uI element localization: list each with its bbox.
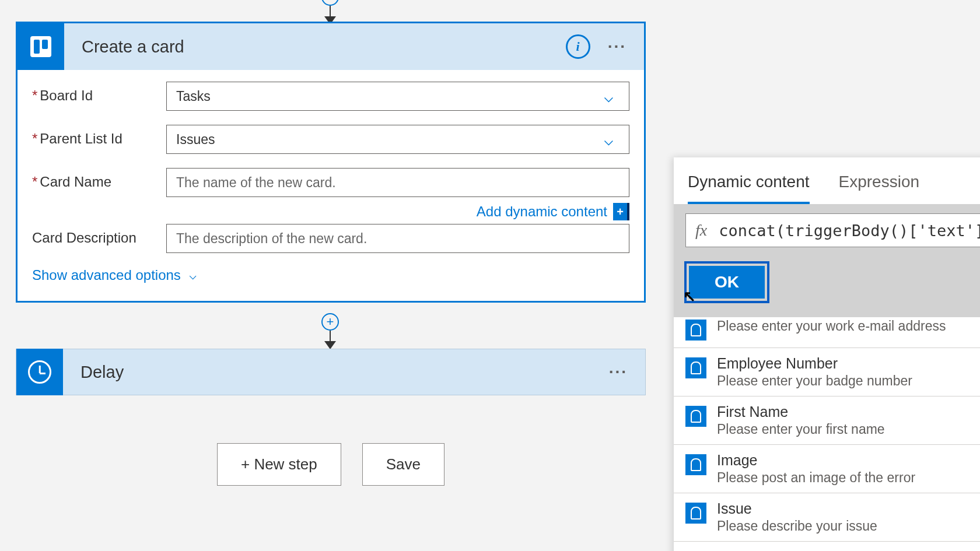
dynamic-item[interactable]: Please enter your work e-mail address	[674, 317, 980, 348]
dynamic-item[interactable]: Issue date Please enter when you had the…	[674, 542, 980, 551]
input-icon	[685, 406, 706, 427]
arrow-down-icon	[324, 341, 336, 349]
add-dynamic-content-link[interactable]: Add dynamic content	[477, 203, 607, 220]
delay-title: Delay	[80, 363, 609, 382]
dynamic-item[interactable]: Image Please post an image of the error	[674, 445, 980, 493]
expression-input[interactable]: fx concat(triggerBody()['text'], '	[685, 213, 980, 247]
dynamic-item[interactable]: First Name Please enter your first name	[674, 396, 980, 445]
cursor-icon: ↖	[683, 287, 696, 306]
tab-dynamic-content[interactable]: Dynamic content	[688, 173, 810, 204]
card-desc-label: Card Description	[32, 224, 166, 246]
action-create-card: Create a card i ··· *Board Id Tasks ⌵ *P…	[16, 22, 646, 303]
dynamic-item[interactable]: Issue Please describe your issue	[674, 493, 980, 542]
ok-highlight: OK ↖	[684, 261, 769, 303]
new-step-button[interactable]: + New step	[217, 443, 341, 486]
action-title: Create a card	[82, 37, 566, 57]
action-header[interactable]: Create a card i ···	[18, 23, 644, 70]
board-id-label: *Board Id	[32, 82, 166, 104]
dynamic-item[interactable]: Employee Number Please enter your badge …	[674, 348, 980, 396]
parent-list-label: *Parent List Id	[32, 125, 166, 147]
fx-icon: fx	[695, 221, 707, 240]
input-icon	[685, 454, 706, 475]
tab-expression[interactable]: Expression	[839, 173, 920, 204]
dynamic-items-list: Please enter your work e-mail address Em…	[674, 317, 980, 551]
card-name-label: *Card Name	[32, 168, 166, 190]
delay-tile	[16, 349, 63, 395]
add-dynamic-icon[interactable]: +	[613, 203, 629, 220]
action-delay[interactable]: Delay ···	[16, 349, 646, 395]
expression-text: concat(triggerBody()['text'], '	[719, 222, 980, 240]
chevron-down-icon: ⌵	[604, 87, 614, 106]
chevron-down-icon: ⌵	[189, 268, 197, 283]
input-icon	[685, 503, 706, 524]
add-step-top-icon[interactable]: +	[321, 0, 339, 6]
ok-button[interactable]: OK ↖	[689, 266, 765, 299]
connector-line	[330, 6, 331, 16]
clock-icon	[28, 360, 51, 384]
parent-list-select[interactable]: Issues ⌵	[166, 125, 629, 154]
add-step-middle-icon[interactable]: +	[321, 313, 339, 331]
save-button[interactable]: Save	[362, 443, 444, 486]
card-name-input[interactable]: The name of the new card.	[166, 168, 629, 197]
more-icon[interactable]: ···	[609, 363, 628, 381]
show-advanced-toggle[interactable]: Show advanced options ⌵	[32, 267, 629, 283]
dynamic-content-panel: Dynamic content Expression fx concat(tri…	[674, 157, 980, 551]
chevron-down-icon: ⌵	[604, 130, 614, 149]
connector-line	[330, 331, 331, 341]
trello-icon	[30, 36, 51, 57]
card-desc-input[interactable]: The description of the new card.	[166, 224, 629, 253]
input-icon	[685, 320, 706, 341]
trello-tile	[18, 23, 64, 70]
board-id-select[interactable]: Tasks ⌵	[166, 82, 629, 111]
more-icon[interactable]: ···	[608, 37, 626, 56]
info-icon[interactable]: i	[566, 34, 590, 59]
input-icon	[685, 357, 706, 378]
